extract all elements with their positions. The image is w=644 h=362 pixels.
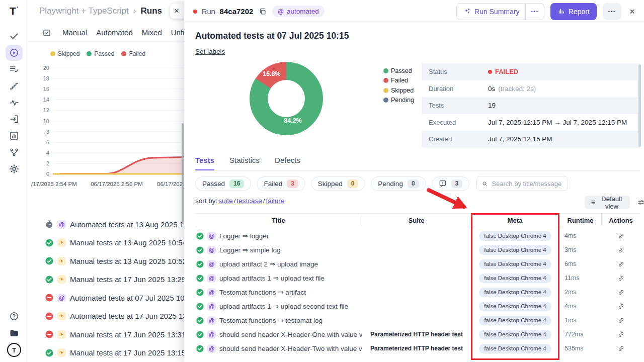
legend-item[interactable]: Failed [121, 50, 145, 57]
help-icon[interactable] [6, 308, 23, 324]
test-row[interactable]: @should send header X-Header-Two with va… [195, 341, 640, 355]
test-actions-cell[interactable] [602, 303, 640, 310]
column-header-suite[interactable]: Suite [362, 214, 471, 227]
meta-pill[interactable]: false Desktop Chrome 4 [479, 288, 551, 297]
meta-pill[interactable]: false Desktop Chrome 4 [479, 245, 551, 255]
info-row: Tests 19 [422, 97, 640, 114]
test-row[interactable]: @upload artifacts 1 ⇒ upload text file f… [195, 271, 640, 285]
donut-legend-item[interactable]: Pending [383, 96, 414, 106]
meta-pill[interactable]: false Desktop Chrome 4 [479, 274, 551, 283]
column-header-meta[interactable]: Meta [471, 214, 559, 227]
test-actions-cell[interactable] [602, 260, 640, 268]
column-header-title[interactable]: Title [195, 214, 362, 227]
column-header-actions[interactable]: Actions [602, 217, 640, 224]
filter-chip-passed[interactable]: Passed16 [195, 176, 251, 191]
report-button[interactable]: Report [550, 3, 597, 20]
meta-pill[interactable]: false Desktop Chrome 4 [479, 330, 551, 339]
run-list-item[interactable]: Manual tests at 17 Jun 2025 13:31 from [28, 325, 185, 344]
test-row[interactable]: @upload artifact 2 ⇒ upload image false … [195, 257, 640, 271]
filter-chip-failed[interactable]: Failed3 [257, 176, 305, 191]
milestones-nav-icon[interactable] [6, 78, 23, 94]
svg-text:20: 20 [43, 65, 49, 71]
test-actions-cell[interactable] [602, 331, 640, 338]
select-runs-icon[interactable] [42, 28, 51, 37]
automated-type-icon: @ [207, 330, 216, 339]
run-summary-button[interactable]: Run Summary ••• [456, 3, 544, 20]
meta-pill[interactable]: false Desktop Chrome 4 [479, 231, 551, 241]
test-actions-cell[interactable] [602, 345, 640, 352]
test-actions-cell[interactable] [602, 289, 640, 296]
donut-legend-item[interactable]: Failed [383, 76, 414, 86]
chip-label: Pending [378, 180, 403, 188]
test-row[interactable]: @Testomat functions ⇒ testomat log false… [195, 313, 640, 327]
filter-chip-pending[interactable]: Pending0 [371, 176, 426, 191]
summary-more-icon[interactable]: ••• [526, 9, 543, 14]
test-row[interactable]: @Testomat functions ⇒ artifact false Des… [195, 285, 640, 299]
sort-link-failure[interactable]: failure [266, 197, 285, 205]
test-row[interactable]: @Logger ⇒ simple log false Desktop Chrom… [195, 243, 640, 257]
test-actions-cell[interactable] [602, 246, 640, 254]
branches-nav-icon[interactable] [6, 144, 23, 160]
pulse-nav-icon[interactable] [6, 95, 23, 111]
test-meta-cell: false Desktop Chrome 4 [471, 316, 559, 325]
panel-scrollbar[interactable] [638, 64, 641, 147]
run-item-title: Automated tests at 07 Jul 2025 10:15 [70, 294, 185, 302]
column-header-runtime[interactable]: Runtime [559, 214, 602, 227]
import-nav-icon[interactable] [6, 111, 23, 127]
tab-defects[interactable]: Defects [275, 154, 300, 170]
test-row[interactable]: @Logger ⇒ logger false Desktop Chrome 4 … [195, 229, 640, 243]
run-list-item[interactable]: Manual tests at 17 Jun 2025 13:29 from [28, 270, 185, 289]
meta-pill[interactable]: false Desktop Chrome 4 [479, 302, 551, 311]
run-list-item[interactable]: @ Automated tests at 13 Aug 2025 15:53 [28, 215, 185, 234]
meta-pill[interactable]: false Desktop Chrome 4 [479, 344, 551, 353]
set-labels-link[interactable]: Set labels [195, 48, 225, 55]
test-row[interactable]: @should send header X-Header-One with va… [195, 327, 640, 341]
tab-tests[interactable]: Tests [195, 154, 214, 170]
copy-run-id-button[interactable] [258, 7, 268, 17]
settings-nav-icon[interactable] [6, 161, 23, 177]
test-actions-cell[interactable] [602, 275, 640, 282]
tab-statistics[interactable]: Statistics [229, 154, 260, 170]
passed-status-icon [45, 239, 53, 247]
run-list-item[interactable]: Manual tests at 13 Aug 2025 10:52 from [28, 252, 185, 270]
panel-more-button[interactable]: ••• [603, 3, 621, 20]
tests-nav-icon[interactable] [6, 28, 23, 44]
app-logo[interactable]: T' [10, 5, 18, 22]
default-view-button[interactable]: Default view [585, 196, 630, 209]
donut-legend-item[interactable]: Skipped [383, 85, 414, 96]
search-input[interactable] [492, 180, 563, 188]
test-actions-cell[interactable] [602, 317, 640, 324]
filter-chip-skipped[interactable]: Skipped0 [311, 176, 365, 191]
meta-pill[interactable]: false Desktop Chrome 4 [479, 259, 551, 269]
plans-nav-icon[interactable] [6, 61, 23, 77]
projects-icon[interactable] [6, 325, 23, 341]
reports-nav-icon[interactable] [6, 128, 23, 144]
page-scrollbar[interactable] [182, 123, 184, 224]
filter-chip-comments[interactable]: 3 [432, 176, 470, 191]
test-actions-cell[interactable] [602, 232, 640, 240]
test-row[interactable]: @upload artifacts 1 ⇒ upload second text… [195, 299, 640, 313]
chip-label: Skipped [318, 180, 343, 188]
legend-item[interactable]: Skipped [50, 50, 79, 57]
runs-nav-icon[interactable] [6, 45, 23, 61]
run-list-item[interactable]: Manual tests at 17 Jun 2025 13:15 from [28, 344, 185, 362]
run-list-item[interactable]: Automated tests at 17 Jun 2025 13:30 [28, 307, 185, 326]
user-avatar[interactable]: T [7, 343, 21, 357]
breadcrumb-project[interactable]: Playwright + TypeScript [39, 6, 129, 16]
donut-legend-dot [383, 78, 388, 83]
sort-link-suite[interactable]: suite [218, 197, 233, 205]
test-runtime: 4ms [565, 232, 577, 239]
tab-automated[interactable]: Automated [96, 28, 133, 37]
column-settings-icon[interactable] [637, 198, 644, 207]
tab-manual[interactable]: Manual [62, 28, 87, 37]
run-list-item[interactable]: Manual tests at 13 Aug 2025 10:54 2 [28, 234, 185, 252]
run-list-item[interactable]: @ Automated tests at 07 Jul 2025 10:15 [28, 289, 185, 307]
tab-mixed[interactable]: Mixed [142, 28, 162, 37]
panel-close-button[interactable]: × [627, 6, 637, 17]
donut-legend-item[interactable]: Passed [383, 66, 414, 76]
legend-item[interactable]: Passed [87, 50, 114, 57]
meta-pill[interactable]: false Desktop Chrome 4 [479, 316, 551, 325]
automated-badge[interactable]: @ automated [272, 6, 325, 17]
donut-legend-label: Failed [391, 77, 408, 84]
sort-link-testcase[interactable]: testcase [237, 197, 262, 205]
